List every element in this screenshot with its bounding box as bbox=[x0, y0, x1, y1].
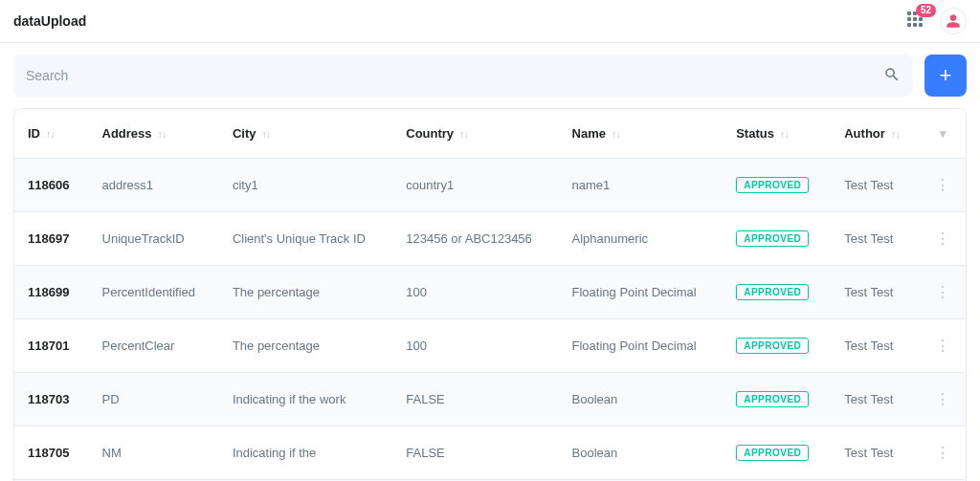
table-row: 118699PercentIdentifiedThe percentage100… bbox=[14, 266, 966, 319]
cell-country: 123456 or ABC123456 bbox=[392, 212, 558, 266]
cell-status: APPROVED bbox=[723, 159, 831, 212]
sort-icon: ↑↓ bbox=[261, 128, 270, 140]
search-row: + bbox=[0, 43, 980, 108]
cell-name: Boolean bbox=[559, 426, 724, 480]
cell-country: FALSE bbox=[392, 373, 558, 426]
sort-icon: ↑↓ bbox=[46, 128, 55, 140]
cell-city: The percentage bbox=[219, 319, 392, 373]
status-badge: APPROVED bbox=[736, 391, 809, 407]
cell-country: FALSE bbox=[392, 426, 558, 480]
cell-id: 118701 bbox=[14, 319, 89, 373]
col-actions[interactable]: ▼ bbox=[920, 109, 966, 159]
cell-author: Test Test bbox=[831, 373, 920, 426]
sort-icon: ↑↓ bbox=[891, 128, 900, 140]
row-menu-button[interactable]: ⋮ bbox=[920, 266, 966, 319]
col-country[interactable]: Country↑↓ bbox=[392, 109, 558, 159]
col-author[interactable]: Author↑↓ bbox=[831, 109, 920, 159]
col-id[interactable]: ID↑↓ bbox=[14, 109, 89, 159]
chevron-down-icon: ▼ bbox=[937, 127, 948, 141]
table-row: 118606address1city1country1name1APPROVED… bbox=[14, 159, 966, 212]
table-row: 118705NMIndicating if theFALSEBooleanAPP… bbox=[14, 426, 966, 480]
cell-author: Test Test bbox=[831, 159, 920, 212]
row-menu-button[interactable]: ⋮ bbox=[920, 426, 966, 480]
cell-author: Test Test bbox=[831, 426, 920, 480]
col-name[interactable]: Name↑↓ bbox=[559, 109, 724, 159]
page-title: dataUpload bbox=[13, 13, 86, 29]
cell-name: Floating Point Decimal bbox=[559, 266, 724, 319]
cell-author: Test Test bbox=[831, 266, 920, 319]
cell-status: APPROVED bbox=[723, 373, 831, 426]
apps-button[interactable]: 52 bbox=[907, 11, 926, 31]
search-input[interactable] bbox=[26, 68, 883, 83]
search-icon[interactable] bbox=[883, 66, 901, 86]
table-row: 118701PercentClearThe percentage100Float… bbox=[14, 319, 966, 373]
search-box bbox=[13, 55, 913, 97]
cell-country: country1 bbox=[392, 159, 558, 212]
cell-address: PercentClear bbox=[89, 319, 219, 373]
cell-city: Client's Unique Track ID bbox=[219, 212, 392, 266]
cell-name: name1 bbox=[559, 159, 724, 212]
cell-address: PD bbox=[89, 373, 219, 426]
cell-city: Indicating if the work bbox=[219, 373, 392, 426]
cell-address: address1 bbox=[89, 159, 219, 212]
cell-name: Floating Point Decimal bbox=[559, 319, 724, 373]
sort-icon: ↑↓ bbox=[158, 128, 167, 140]
cell-country: 100 bbox=[392, 319, 558, 373]
user-avatar[interactable] bbox=[940, 8, 967, 34]
plus-icon: + bbox=[940, 63, 952, 88]
cell-name: Alphanumeric bbox=[559, 212, 724, 266]
cell-status: APPROVED bbox=[723, 426, 831, 480]
col-city[interactable]: City↑↓ bbox=[219, 109, 392, 159]
cell-id: 118606 bbox=[14, 159, 89, 212]
cell-name: Boolean bbox=[559, 373, 724, 426]
cell-country: 100 bbox=[392, 266, 558, 319]
sort-icon: ↑↓ bbox=[612, 128, 620, 140]
status-badge: APPROVED bbox=[736, 284, 809, 300]
table-row: 118697UniqueTrackIDClient's Unique Track… bbox=[14, 212, 966, 266]
status-badge: APPROVED bbox=[736, 338, 809, 354]
cell-id: 118705 bbox=[14, 426, 89, 480]
cell-city: Indicating if the bbox=[219, 426, 392, 480]
cell-id: 118697 bbox=[14, 212, 89, 266]
col-status[interactable]: Status↑↓ bbox=[723, 109, 831, 159]
cell-city: The percentage bbox=[219, 266, 392, 319]
sort-icon: ↑↓ bbox=[780, 128, 789, 140]
col-address[interactable]: Address↑↓ bbox=[89, 109, 219, 159]
row-menu-button[interactable]: ⋮ bbox=[920, 159, 966, 212]
user-icon bbox=[946, 13, 961, 29]
cell-id: 118699 bbox=[14, 266, 89, 319]
cell-address: UniqueTrackID bbox=[89, 212, 219, 266]
notification-badge: 52 bbox=[916, 4, 936, 17]
cell-status: APPROVED bbox=[723, 319, 831, 373]
row-menu-button[interactable]: ⋮ bbox=[920, 319, 966, 373]
status-badge: APPROVED bbox=[736, 230, 809, 247]
cell-status: APPROVED bbox=[723, 212, 831, 266]
status-badge: APPROVED bbox=[736, 445, 809, 461]
add-button[interactable]: + bbox=[924, 55, 967, 97]
status-badge: APPROVED bbox=[736, 177, 809, 193]
cell-status: APPROVED bbox=[723, 266, 831, 319]
row-menu-button[interactable]: ⋮ bbox=[920, 212, 966, 266]
topbar: dataUpload 52 bbox=[0, 0, 980, 43]
sort-icon: ↑↓ bbox=[459, 128, 468, 140]
cell-address: NM bbox=[89, 426, 219, 480]
row-menu-button[interactable]: ⋮ bbox=[920, 373, 966, 426]
cell-author: Test Test bbox=[831, 212, 920, 266]
cell-city: city1 bbox=[219, 159, 392, 212]
table-wrap: ID↑↓Address↑↓City↑↓Country↑↓Name↑↓Status… bbox=[0, 108, 980, 481]
topbar-actions: 52 bbox=[907, 8, 967, 34]
table-row: 118703PDIndicating if the workFALSEBoole… bbox=[14, 373, 966, 426]
cell-id: 118703 bbox=[14, 373, 89, 426]
data-table: ID↑↓Address↑↓City↑↓Country↑↓Name↑↓Status… bbox=[13, 108, 967, 481]
cell-author: Test Test bbox=[831, 319, 920, 373]
cell-address: PercentIdentified bbox=[89, 266, 219, 319]
